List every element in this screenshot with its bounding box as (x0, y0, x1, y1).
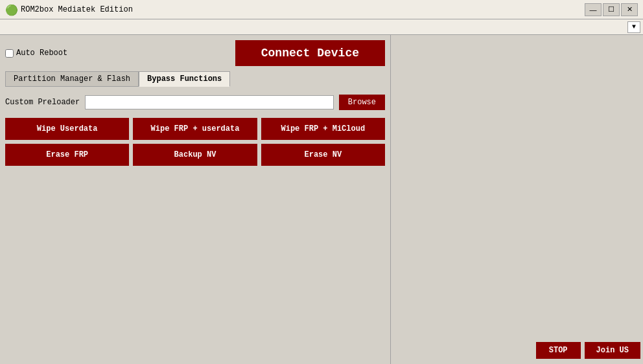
left-panel: Auto Reboot Connect Device Partition Man… (0, 35, 390, 364)
connect-device-button[interactable]: Connect Device (235, 40, 385, 66)
browse-button[interactable]: Browse (339, 95, 385, 110)
auto-reboot-checkbox[interactable] (5, 49, 14, 58)
minimize-button[interactable]: — (585, 3, 602, 16)
log-area (393, 38, 640, 339)
right-panel: STOP Join US (390, 35, 643, 364)
wipe-frp-userdata-button[interactable]: Wipe FRP + userdata (133, 118, 257, 140)
join-us-button[interactable]: Join US (585, 342, 640, 359)
close-button[interactable]: ✕ (621, 3, 638, 16)
backup-nv-button[interactable]: Backup NV (133, 144, 257, 166)
menu-bar: ▼ (0, 19, 643, 35)
preloader-row: Custom Preloader Browse (5, 95, 385, 110)
top-controls: Auto Reboot Connect Device (5, 40, 385, 66)
tab-bypass-functions[interactable]: Bypass Functions (139, 71, 230, 87)
erase-nv-button[interactable]: Erase NV (261, 144, 385, 166)
auto-reboot-label: Auto Reboot (16, 49, 67, 58)
main-container: Auto Reboot Connect Device Partition Man… (0, 35, 643, 364)
action-buttons-grid: Wipe Userdata Wipe FRP + userdata Wipe F… (5, 118, 385, 166)
auto-reboot-container: Auto Reboot (5, 49, 67, 58)
preloader-label: Custom Preloader (5, 98, 80, 107)
window-title: ROM2box Mediatek Edition (21, 5, 133, 14)
title-bar: 🟢 ROM2box Mediatek Edition — ☐ ✕ (0, 0, 643, 19)
preloader-input[interactable] (85, 95, 334, 109)
tabs-container: Partition Manager & Flash Bypass Functio… (5, 71, 385, 87)
menu-dropdown[interactable]: ▼ (627, 21, 640, 33)
wipe-userdata-button[interactable]: Wipe Userdata (5, 118, 129, 140)
maximize-button[interactable]: ☐ (603, 3, 620, 16)
tab-content-bypass: Custom Preloader Browse Wipe Userdata Wi… (5, 92, 385, 359)
title-bar-controls: — ☐ ✕ (585, 3, 638, 16)
app-icon: 🟢 (5, 4, 17, 16)
erase-frp-button[interactable]: Erase FRP (5, 144, 129, 166)
stop-button[interactable]: STOP (536, 342, 581, 359)
wipe-frp-micloud-button[interactable]: Wipe FRP + MiCloud (261, 118, 385, 140)
title-bar-left: 🟢 ROM2box Mediatek Edition (5, 4, 133, 16)
tab-partition-manager[interactable]: Partition Manager & Flash (5, 71, 139, 87)
right-bottom-controls: STOP Join US (393, 339, 640, 361)
